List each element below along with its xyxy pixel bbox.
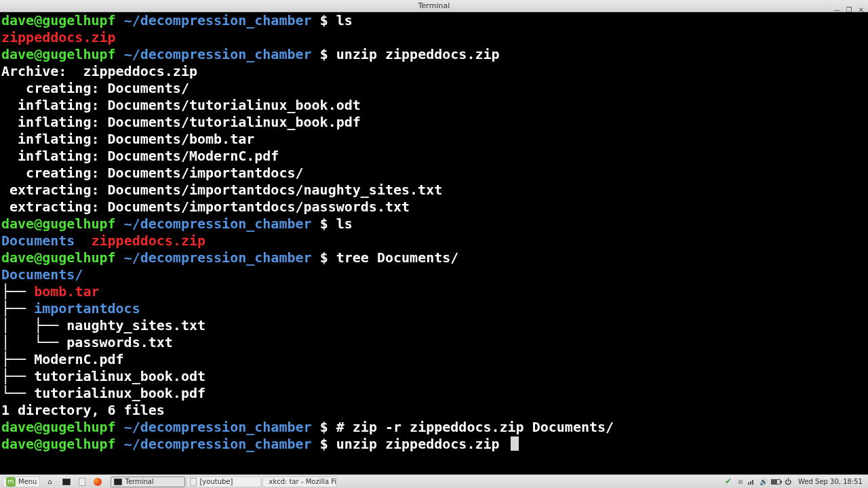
- window-close-button[interactable]: ✕: [857, 1, 865, 18]
- launcher-terminal-icon[interactable]: [59, 476, 74, 487]
- taskbar-task[interactable]: Terminal: [111, 476, 185, 487]
- command-text: ls: [336, 12, 353, 28]
- taskbar-task[interactable]: xkcd: tar - Mozilla Fire…: [262, 476, 337, 487]
- start-menu-label: Menu: [18, 473, 37, 488]
- task-label: xkcd: tar - Mozilla Fire…: [269, 476, 337, 487]
- window-title: Terminal: [418, 0, 450, 14]
- network-icon[interactable]: [748, 479, 756, 485]
- document-icon: [190, 478, 197, 486]
- start-menu-button[interactable]: m Menu: [3, 476, 40, 487]
- taskbar: m Menu ⌂ Terminal[youtube]xkcd: tar - Mo…: [0, 474, 868, 488]
- terminal-line: inflating: Documents/bomb.tar: [1, 131, 867, 148]
- show-desktop-button[interactable]: ⌂: [41, 476, 58, 487]
- terminal-line: ├── bomb.tar: [1, 283, 867, 300]
- terminal-line: │ ├── naughty_sites.txt: [1, 317, 867, 334]
- terminal-line: dave@gugelhupf ~/decompression_chamber $…: [1, 216, 867, 232]
- terminal-line: dave@gugelhupf ~/decompression_chamber $…: [1, 419, 867, 436]
- terminal-line: ├── tutorialinux_book.odt: [1, 368, 867, 385]
- tray-icon[interactable]: ⎚: [736, 477, 745, 487]
- terminal-line: │ └── passwords.txt: [1, 334, 867, 351]
- power-icon[interactable]: ⏻: [783, 477, 793, 487]
- terminal-line: dave@gugelhupf ~/decompression_chamber $…: [1, 436, 867, 453]
- clock[interactable]: Wed Sep 30, 18:51: [798, 473, 863, 488]
- launcher-files-icon[interactable]: [75, 476, 89, 487]
- terminal-line: Documents/: [1, 266, 867, 283]
- task-label: Terminal: [125, 476, 153, 487]
- terminal-line: Documents zippeddocs.zip: [1, 232, 867, 249]
- update-status-icon[interactable]: ✔: [724, 477, 733, 487]
- terminal-line: inflating: Documents/tutorialinux_book.p…: [1, 114, 867, 131]
- task-label: [youtube]: [199, 476, 233, 487]
- terminal-line: zippeddocs.zip: [1, 29, 867, 46]
- mint-logo-icon: m: [6, 477, 16, 487]
- terminal-line: inflating: Documents/tutorialinux_book.o…: [1, 97, 867, 114]
- system-tray: ✔ ⎚ ⏻ Wed Sep 30, 18:51: [724, 473, 865, 488]
- window-maximize-button[interactable]: ❐: [845, 1, 853, 18]
- window-titlebar: Terminal — ❐ ✕: [0, 0, 868, 12]
- cursor: [511, 436, 519, 451]
- volume-icon[interactable]: [759, 477, 768, 487]
- terminal-icon: [114, 479, 122, 485]
- terminal-line: creating: Documents/: [1, 80, 867, 97]
- command-text: unzip zippeddocs.zip: [336, 436, 508, 452]
- command-text: # zip -r zippeddocs.zip Documents/: [336, 419, 614, 435]
- window-minimize-button[interactable]: —: [833, 1, 841, 18]
- terminal-line: ├── importantdocs: [1, 300, 867, 317]
- terminal-viewport[interactable]: dave@gugelhupf ~/decompression_chamber $…: [0, 12, 868, 453]
- terminal-line: extracting: Documents/importantdocs/naug…: [1, 182, 867, 199]
- launcher-firefox-icon[interactable]: [90, 476, 105, 487]
- terminal-line: extracting: Documents/importantdocs/pass…: [1, 199, 867, 216]
- terminal-line: ├── ModernC.pdf: [1, 351, 867, 368]
- terminal-line: dave@gugelhupf ~/decompression_chamber $…: [1, 249, 867, 266]
- terminal-line: Archive: zippeddocs.zip: [1, 63, 867, 80]
- terminal-line: creating: Documents/importantdocs/: [1, 165, 867, 182]
- terminal-line: 1 directory, 6 files: [1, 402, 867, 419]
- terminal-line: dave@gugelhupf ~/decompression_chamber $…: [1, 46, 867, 63]
- taskbar-task[interactable]: [youtube]: [186, 476, 261, 487]
- terminal-line: dave@gugelhupf ~/decompression_chamber $…: [1, 12, 867, 29]
- terminal-line: inflating: Documents/ModernC.pdf: [1, 148, 867, 165]
- command-text: unzip zippeddocs.zip: [336, 46, 500, 62]
- command-text: tree Documents/: [336, 249, 459, 266]
- battery-icon[interactable]: [771, 479, 781, 485]
- terminal-line: └── tutorialinux_book.pdf: [1, 385, 867, 402]
- command-text: ls: [336, 216, 353, 232]
